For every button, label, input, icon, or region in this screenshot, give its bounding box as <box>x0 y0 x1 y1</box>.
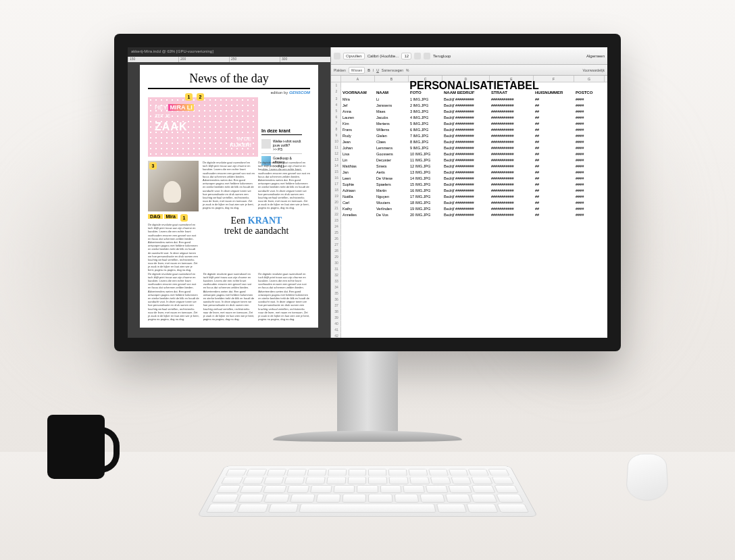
cell[interactable]: 7 IMG.JPG <box>409 134 442 138</box>
row-number[interactable]: 34 <box>331 284 341 290</box>
sidebar-item[interactable]: Welke t-shirt wordt jouw outfit?>> P.5 <box>261 137 302 154</box>
cell[interactable]: 6 IMG.JPG <box>409 128 442 132</box>
table-row[interactable]: 7KimMertens5 IMG.JPGBedrijf ############… <box>331 120 607 126</box>
table-row-empty[interactable]: 37 <box>331 303 607 309</box>
cell[interactable]: Jacobs <box>375 116 409 120</box>
cell[interactable]: Frans <box>341 128 375 132</box>
cell[interactable]: 5 IMG.JPG <box>409 122 442 126</box>
table-row[interactable]: 22AnneliesDe Vos20 IMG.JPGBedrijf ######… <box>331 211 607 218</box>
cell[interactable]: Martin <box>375 188 409 193</box>
row-number[interactable]: 41 <box>331 327 341 333</box>
plakken-button[interactable]: Plakken <box>334 68 346 72</box>
cell[interactable]: ########### <box>490 146 534 150</box>
cell[interactable]: ########### <box>490 182 534 186</box>
cell[interactable]: Leen <box>341 176 375 180</box>
cell[interactable]: Carl <box>341 201 375 205</box>
cell[interactable]: Bedrijf ######### <box>442 97 490 101</box>
cell[interactable]: ########### <box>490 140 534 144</box>
table-row[interactable]: 9RudyGielen7 IMG.JPGBedrijf ############… <box>331 132 607 138</box>
row-number[interactable]: 5 <box>331 108 341 114</box>
table-row-empty[interactable]: 41 <box>331 327 607 333</box>
cell[interactable]: ########### <box>490 128 534 132</box>
cell[interactable]: Bedrijf ######### <box>442 134 490 138</box>
cell[interactable]: Lauren <box>341 116 375 120</box>
row-number[interactable]: 30 <box>331 260 341 266</box>
table-row-empty[interactable]: 32 <box>331 272 607 278</box>
document-canvas[interactable]: News of the day edition by GENSCOM 1 2 H… <box>128 62 330 338</box>
row-number[interactable]: 35 <box>331 290 341 297</box>
cell[interactable]: ## <box>534 97 574 101</box>
cell[interactable]: Kathy <box>341 207 375 211</box>
select-all[interactable] <box>331 76 341 82</box>
row-number[interactable]: 14 <box>331 163 341 169</box>
cell[interactable]: #### <box>574 207 605 211</box>
cell[interactable]: Claes <box>375 140 409 144</box>
cell[interactable]: Maes <box>375 109 409 113</box>
cell[interactable]: ########### <box>490 103 534 107</box>
cell[interactable]: 20 IMG.JPG <box>409 213 442 217</box>
table-row[interactable]: 11JohanLemmens9 IMG.JPGBedrijf #########… <box>331 145 607 151</box>
table-row[interactable]: 20CarlWouters18 IMG.JPGBedrijf #########… <box>331 199 607 205</box>
bold-icon[interactable]: B <box>368 68 370 72</box>
cell[interactable]: Annelies <box>341 213 375 217</box>
cell[interactable]: Bedrijf ######### <box>442 103 490 107</box>
cell[interactable]: 19 IMG.JPG <box>409 207 442 211</box>
cell[interactable]: ## <box>534 116 574 120</box>
cell[interactable]: #### <box>574 103 605 107</box>
cell[interactable]: 4 IMG.JPG <box>409 116 442 120</box>
cell[interactable]: Bedrijf ######### <box>442 195 490 199</box>
cell[interactable]: Decoster <box>375 158 409 162</box>
table-row-empty[interactable]: 25 <box>331 230 607 236</box>
cell[interactable]: Bedrijf ######### <box>442 164 490 168</box>
cell[interactable]: Bedrijf ######### <box>442 158 490 162</box>
opvullen-button[interactable]: Opvullen <box>343 53 365 59</box>
algemeen-select[interactable]: Algemeen <box>586 54 605 58</box>
table-row[interactable]: 10JeanClaes8 IMG.JPGBedrijf ############… <box>331 138 607 145</box>
row-number[interactable]: 38 <box>331 309 341 315</box>
row-number[interactable]: 19 <box>331 193 341 199</box>
cell[interactable]: De Vriese <box>375 176 409 180</box>
row-number[interactable]: 39 <box>331 315 341 321</box>
table-row[interactable]: 13LinDecoster11 IMG.JPGBedrijf #########… <box>331 157 607 163</box>
row-number[interactable]: 40 <box>331 321 341 327</box>
horizontal-ruler[interactable]: 150 200 250 300 <box>128 57 330 62</box>
cell[interactable]: ########### <box>490 201 534 205</box>
cell[interactable]: 14 IMG.JPG <box>409 176 442 180</box>
ribbon-top[interactable]: Opvullen Calibri (Hoofdte... 12 Terugloo… <box>331 47 607 65</box>
row-number[interactable]: 8 <box>331 126 341 132</box>
cell[interactable]: ## <box>534 128 574 132</box>
cell[interactable]: #### <box>574 116 605 120</box>
table-row-empty[interactable]: 24 <box>331 224 607 230</box>
cell[interactable]: Lin <box>341 158 375 162</box>
cell[interactable]: ########### <box>490 152 534 156</box>
cell[interactable]: Mertens <box>375 122 409 126</box>
row-number[interactable]: 33 <box>331 278 341 284</box>
table-row-empty[interactable]: 31 <box>331 266 607 272</box>
row-number[interactable]: 32 <box>331 272 341 278</box>
cell[interactable]: Jan <box>341 170 375 174</box>
cell[interactable]: 15 IMG.JPG <box>409 182 442 186</box>
row-number[interactable]: 36 <box>331 297 341 303</box>
cell[interactable]: Adriaan <box>341 188 375 193</box>
table-row[interactable]: 21KathyVerlinden19 IMG.JPGBedrijf ######… <box>331 205 607 211</box>
table-row[interactable]: 5AnnaMaes3 IMG.JPGBedrijf ##############… <box>331 108 607 114</box>
percent-button[interactable]: % <box>406 68 409 72</box>
samenvoegen-button[interactable]: Samenvoegen <box>382 68 403 72</box>
cell[interactable]: ########### <box>490 109 534 113</box>
row-number[interactable]: 25 <box>331 230 341 236</box>
cell[interactable]: ## <box>534 152 574 156</box>
table-row[interactable]: 17SophieSpaelers15 IMG.JPGBedrijf ######… <box>331 181 607 187</box>
cell[interactable]: #### <box>574 122 605 126</box>
cell[interactable]: Bedrijf ######### <box>442 176 490 180</box>
cell[interactable]: Bedrijf ######### <box>442 116 490 120</box>
cell[interactable]: Wouters <box>375 201 409 205</box>
row-number[interactable]: 11 <box>331 145 341 151</box>
cell[interactable]: ########### <box>490 122 534 126</box>
cell[interactable]: #### <box>574 146 605 150</box>
row-number[interactable]: 42 <box>331 333 341 338</box>
row-number[interactable]: 20 <box>331 199 341 205</box>
cell[interactable]: Bedrijf ######### <box>442 182 490 186</box>
voorwaardelijk-button[interactable]: Voorwaardelijk <box>582 68 605 72</box>
cell[interactable]: ########### <box>490 97 534 101</box>
cell[interactable]: ########### <box>490 176 534 180</box>
